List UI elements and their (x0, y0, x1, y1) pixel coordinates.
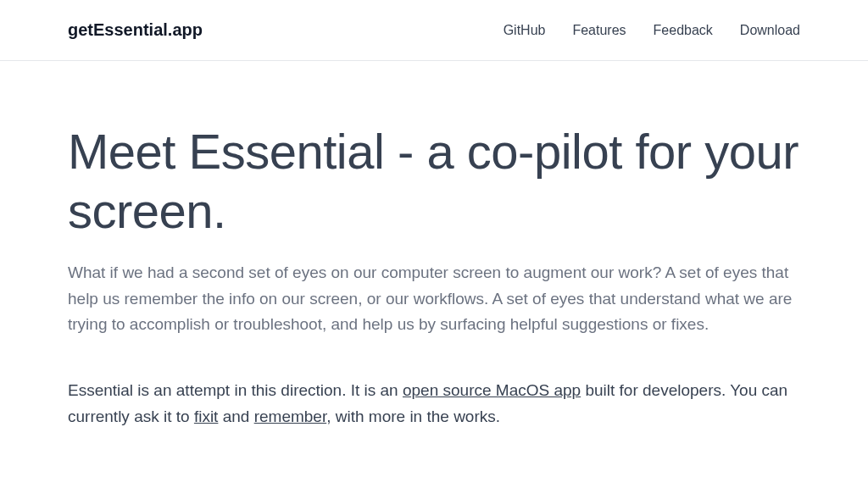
main-nav: GitHub Features Feedback Download (504, 23, 800, 38)
nav-link-github[interactable]: GitHub (504, 23, 546, 38)
link-open-source[interactable]: open source MacOS app (403, 381, 581, 399)
site-header: getEssential.app GitHub Features Feedbac… (0, 0, 868, 61)
hero-subtitle: What if we had a second set of eyes on o… (68, 260, 800, 337)
nav-link-download[interactable]: Download (740, 23, 800, 38)
body-text-segment: and (218, 408, 253, 425)
body-paragraph: Essential is an attempt in this directio… (68, 378, 800, 430)
link-remember[interactable]: remember (254, 408, 327, 425)
site-logo[interactable]: getEssential.app (68, 20, 203, 40)
body-text-segment: , with more in the works. (326, 408, 500, 425)
nav-link-features[interactable]: Features (572, 23, 626, 38)
link-fixit[interactable]: fixit (194, 408, 219, 425)
main-content: Meet Essential - a co-pilot for your scr… (0, 61, 868, 430)
body-text-segment: Essential is an attempt in this directio… (68, 381, 403, 399)
hero-title: Meet Essential - a co-pilot for your scr… (68, 122, 800, 240)
nav-link-feedback[interactable]: Feedback (654, 23, 713, 38)
